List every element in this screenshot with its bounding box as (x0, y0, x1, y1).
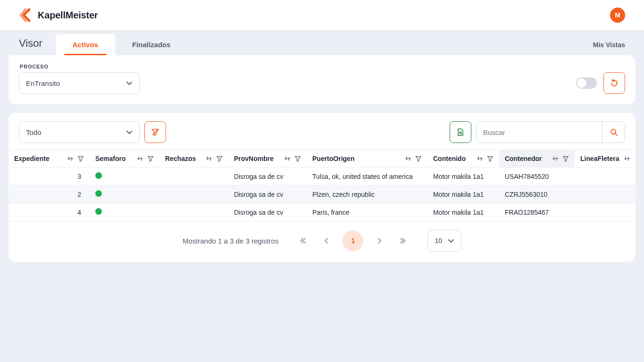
status-dot-icon (95, 172, 102, 179)
cell-contenido: Motor makila 1a1 (427, 203, 499, 221)
sort-icon[interactable] (137, 155, 143, 162)
tab-finalizados[interactable]: Finalizados (115, 34, 188, 55)
column-label: ProvNombre (234, 155, 274, 162)
sort-icon[interactable] (477, 155, 483, 162)
cell-value: Disroga sa de cv (234, 191, 283, 198)
pager-next-button[interactable] (372, 233, 387, 248)
column-header-provnombre[interactable]: ProvNombre (228, 150, 307, 168)
cell-semaforo (90, 168, 159, 185)
column-label: Contenedor (505, 155, 542, 162)
avatar-initial: M (615, 11, 620, 19)
cell-contenido: Motor makila 1a1 (427, 185, 499, 203)
sort-icon[interactable] (552, 155, 559, 162)
table-row[interactable]: 4Disroga sa de cvParis, franceMotor maki… (8, 203, 636, 221)
table-row[interactable]: 3Disroga sa de cvTulsa, ok, united state… (8, 168, 636, 185)
cell-provnombre: Disroga sa de cv (228, 185, 307, 203)
filter-icon[interactable] (216, 155, 223, 162)
column-header-puertoorigen[interactable]: PuertoOrigen (307, 150, 427, 168)
export-excel-button[interactable] (450, 121, 471, 143)
funnel-clear-icon (151, 128, 159, 136)
brand: KapellMeister (19, 8, 98, 22)
cell-value: Motor makila 1a1 (433, 191, 484, 198)
filter-icon[interactable] (77, 155, 84, 162)
chevrons-left-icon (299, 237, 307, 244)
column-header-contenido[interactable]: Contenido (427, 150, 499, 168)
filter-icon[interactable] (415, 155, 422, 162)
filter-icon[interactable] (487, 155, 493, 162)
cell-contenedor: USAH7845520 (499, 168, 575, 185)
process-select[interactable]: EnTransito (19, 72, 140, 94)
status-dot-icon (95, 190, 102, 197)
sort-icon[interactable] (624, 155, 630, 162)
table-card: Todo (8, 113, 636, 262)
scope-select-value: Todo (26, 128, 42, 136)
page-size-select[interactable]: 10 (427, 230, 461, 252)
svg-line-2 (615, 134, 617, 135)
cell-rechazos (159, 168, 228, 185)
view-toggle[interactable] (576, 77, 597, 89)
table-row[interactable]: 2Disroga sa de cvPlzen, czech republicMo… (8, 185, 636, 203)
status-dot-icon (95, 208, 102, 215)
cell-rechazos (159, 203, 228, 221)
data-table: ExpedienteSemaforoRechazosProvNombrePuer… (8, 150, 636, 221)
cell-expediente: 2 (8, 185, 90, 203)
column-label: Rechazos (165, 155, 196, 162)
column-header-rechazos[interactable]: Rechazos (159, 150, 228, 168)
cell-lineafletera (575, 168, 636, 185)
sort-icon[interactable] (206, 155, 212, 162)
cell-value: Plzen, czech republic (312, 191, 375, 198)
cell-rechazos (159, 185, 228, 203)
tab-label: Activos (73, 41, 98, 49)
table-toolbar: Todo (8, 121, 636, 150)
cell-contenedor: FRAO1285467 (499, 203, 575, 221)
column-header-semaforo[interactable]: Semaforo (90, 150, 159, 168)
pager-first-button[interactable] (295, 233, 310, 248)
column-header-contenedor[interactable]: Contenedor (499, 150, 575, 168)
cell-contenedor: CZRJ5563010 (499, 185, 575, 203)
column-header-lineafletera[interactable]: LineaFletera (575, 150, 636, 168)
cell-semaforo (90, 203, 159, 221)
svg-line-0 (152, 129, 158, 135)
cell-value: Motor makila 1a1 (433, 209, 484, 216)
pager-last-button[interactable] (395, 233, 410, 248)
sort-icon[interactable] (405, 155, 411, 162)
clear-filters-button[interactable] (144, 121, 166, 143)
file-excel-icon (456, 128, 465, 136)
filter-icon[interactable] (294, 155, 301, 162)
cell-puertoorigen: Plzen, czech republic (307, 185, 427, 203)
filter-icon[interactable] (147, 155, 154, 162)
mis-vistas-link[interactable]: Mis Vistas (593, 41, 625, 55)
cell-lineafletera (575, 203, 636, 221)
sort-icon[interactable] (67, 155, 74, 162)
refresh-button[interactable] (603, 72, 625, 94)
cell-lineafletera (575, 185, 636, 203)
cell-value: 2 (77, 191, 81, 198)
sort-icon[interactable] (284, 155, 291, 162)
cell-value: USAH7845520 (505, 173, 549, 180)
scope-select[interactable]: Todo (19, 121, 140, 143)
column-header-expediente[interactable]: Expediente (8, 150, 90, 168)
cell-expediente: 4 (8, 203, 90, 221)
column-label: Contenido (433, 155, 466, 162)
table-body: 3Disroga sa de cvTulsa, ok, united state… (8, 168, 636, 221)
cell-contenido: Motor makila 1a1 (427, 168, 499, 185)
tab-activos[interactable]: Activos (56, 34, 115, 55)
search-input[interactable] (477, 122, 602, 143)
search-button[interactable] (602, 122, 625, 143)
chevrons-right-icon (399, 237, 407, 244)
pager-prev-button[interactable] (319, 233, 334, 248)
table-head: ExpedienteSemaforoRechazosProvNombrePuer… (8, 150, 636, 168)
chevron-down-icon (448, 237, 454, 244)
avatar[interactable]: M (610, 8, 625, 23)
pager-page-current[interactable]: 1 (343, 230, 363, 251)
chevron-right-icon (376, 237, 383, 244)
cell-value: 4 (77, 209, 81, 216)
cell-value: FRAO1285467 (505, 209, 549, 216)
filter-icon[interactable] (562, 155, 569, 162)
refresh-icon (610, 79, 619, 87)
process-select-value: EnTransito (26, 79, 60, 87)
column-label: Semaforo (95, 155, 126, 162)
tab-label: Finalizados (132, 41, 171, 49)
cell-provnombre: Disroga sa de cv (228, 168, 307, 185)
column-label: LineaFletera (580, 155, 619, 162)
